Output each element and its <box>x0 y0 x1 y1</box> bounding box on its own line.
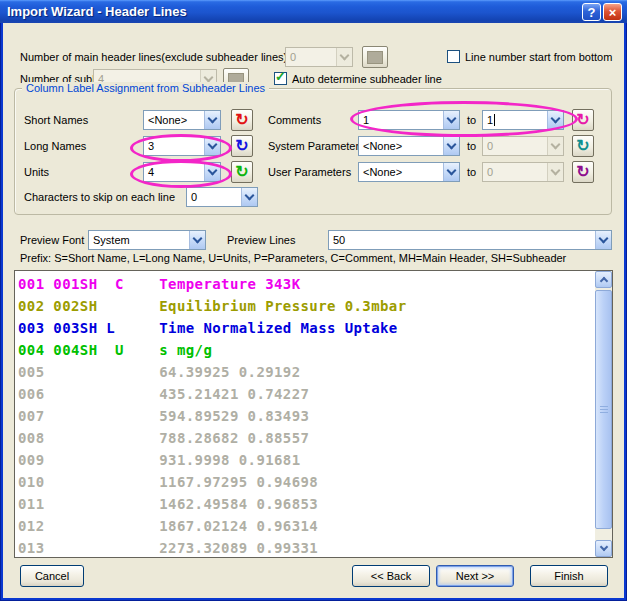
chevron-down-icon <box>336 48 352 66</box>
combo-value: 0 <box>483 137 547 155</box>
combo-value: 0 <box>187 188 241 206</box>
preview-scrollbar[interactable] <box>595 271 612 557</box>
auto-determine-checkbox[interactable]: ✓ <box>274 72 287 85</box>
combo-value: System <box>89 231 189 249</box>
preview-lines: 001 001SH C Temperature 343K002 002SH Eq… <box>18 273 593 557</box>
combo-value: 1 <box>359 111 443 129</box>
titlebar-buttons: ? × <box>582 3 622 21</box>
line-number-bottom-label: Line number start from bottom <box>465 51 612 63</box>
next-button[interactable]: Next >> <box>436 565 514 587</box>
refresh-icon: ↻ <box>235 164 248 180</box>
back-button[interactable]: << Back <box>352 565 430 587</box>
user-parameters-to-word: to <box>467 166 476 178</box>
system-parameters-label: System Parameters <box>268 140 365 152</box>
skip-characters-label: Characters to skip on each line <box>24 191 175 203</box>
chevron-down-icon <box>599 543 607 551</box>
close-icon: × <box>609 5 617 20</box>
refresh-icon: ↻ <box>235 138 248 154</box>
refresh-icon: ↻ <box>576 138 589 154</box>
preview-row: 009 931.9998 0.91681 <box>18 449 593 471</box>
user-parameters-refresh-button[interactable]: ↻ <box>572 161 594 183</box>
scroll-down-button[interactable] <box>595 540 612 557</box>
check-icon: ✓ <box>275 69 286 84</box>
scrollbar-thumb[interactable] <box>595 290 612 529</box>
system-parameters-to-combo: 0 <box>482 136 564 156</box>
comments-refresh-button[interactable]: ↻ <box>572 109 594 131</box>
system-parameters-refresh-button[interactable]: ↻ <box>572 135 594 157</box>
preview-row: 001 001SH C Temperature 343K <box>18 273 593 295</box>
chevron-down-icon <box>204 111 220 129</box>
preview-row: 007 594.89529 0.83493 <box>18 405 593 427</box>
comments-to-combo[interactable]: 1 <box>482 110 564 130</box>
main-header-lines-label: Number of main header lines(exclude subh… <box>20 51 287 63</box>
close-button[interactable]: × <box>603 3 622 21</box>
blank-icon <box>367 51 383 64</box>
units-label: Units <box>24 166 49 178</box>
refresh-icon: ↻ <box>576 112 589 128</box>
combo-value: 0 <box>286 48 336 66</box>
refresh-icon: ↻ <box>576 164 589 180</box>
short-names-combo[interactable]: <None> <box>143 110 221 130</box>
text-caret <box>494 114 495 126</box>
auto-determine-label: Auto determine subheader line <box>292 73 442 85</box>
preview-row: 005 64.39925 0.29192 <box>18 361 593 383</box>
system-parameters-from-combo[interactable]: <None> <box>358 136 460 156</box>
chevron-down-icon <box>204 137 220 155</box>
question-icon: ? <box>588 5 596 20</box>
combo-value: 0 <box>483 163 547 181</box>
chevron-down-icon <box>547 137 563 155</box>
prefix-legend: Prefix: S=Short Name, L=Long Name, U=Uni… <box>20 252 566 264</box>
finish-button[interactable]: Finish <box>530 565 608 587</box>
combo-value: 1 <box>483 111 547 129</box>
combo-value: 4 <box>144 163 204 181</box>
preview-font-label: Preview Font <box>20 234 84 246</box>
short-names-refresh-button[interactable]: ↻ <box>231 109 253 131</box>
long-names-label: Long Names <box>24 140 86 152</box>
main-header-apply-button <box>362 46 388 68</box>
skip-characters-combo[interactable]: 0 <box>186 187 258 207</box>
units-combo[interactable]: 4 <box>143 162 221 182</box>
group-caption: Column Label Assignment from Subheader L… <box>22 82 269 94</box>
combo-value: 3 <box>144 137 204 155</box>
chevron-down-icon <box>547 111 563 129</box>
comments-from-combo[interactable]: 1 <box>358 110 460 130</box>
units-refresh-button[interactable]: ↻ <box>231 161 253 183</box>
short-names-label: Short Names <box>24 114 88 126</box>
long-names-combo[interactable]: 3 <box>143 136 221 156</box>
preview-row: 002 002SH Equilibrium Pressure 0.3mbar <box>18 295 593 317</box>
chevron-down-icon <box>204 163 220 181</box>
cancel-button[interactable]: Cancel <box>20 565 84 587</box>
preview-row: 003 003SH L Time Normalized Mass Uptake <box>18 317 593 339</box>
preview-row: 012 1867.02124 0.96314 <box>18 515 593 537</box>
titlebar[interactable]: Import Wizard - Header Lines ? × <box>0 0 627 23</box>
preview-row: 013 2273.32089 0.99331 <box>18 537 593 557</box>
preview-row: 010 1167.97295 0.94698 <box>18 471 593 493</box>
combo-value: <None> <box>144 111 204 129</box>
refresh-icon: ↻ <box>235 112 248 128</box>
preview-lines-combo[interactable]: 50 <box>328 230 612 250</box>
preview-row: 011 1462.49584 0.96853 <box>18 493 593 515</box>
import-wizard-dialog: Import Wizard - Header Lines ? × Number … <box>0 0 627 601</box>
user-parameters-to-combo: 0 <box>482 162 564 182</box>
system-parameters-to-word: to <box>467 140 476 152</box>
help-button[interactable]: ? <box>582 3 601 21</box>
chevron-up-icon <box>599 277 607 285</box>
chevron-down-icon <box>443 163 459 181</box>
chevron-down-icon <box>443 111 459 129</box>
preview-row: 006 435.21421 0.74227 <box>18 383 593 405</box>
preview-row: 008 788.28682 0.88557 <box>18 427 593 449</box>
scroll-up-button[interactable] <box>595 271 612 288</box>
thumb-grip-icon <box>600 406 608 413</box>
preview-lines-label: Preview Lines <box>227 234 295 246</box>
combo-value: <None> <box>359 163 443 181</box>
long-names-refresh-button[interactable]: ↻ <box>231 135 253 157</box>
chevron-down-icon <box>241 188 257 206</box>
main-header-lines-combo: 0 <box>285 47 353 67</box>
user-parameters-from-combo[interactable]: <None> <box>358 162 460 182</box>
preview-row: 004 004SH U s mg/g <box>18 339 593 361</box>
preview-font-combo[interactable]: System <box>88 230 206 250</box>
window-title: Import Wizard - Header Lines <box>7 4 187 19</box>
comments-to-word: to <box>467 114 476 126</box>
chevron-down-icon <box>443 137 459 155</box>
line-number-bottom-checkbox[interactable] <box>447 50 460 63</box>
